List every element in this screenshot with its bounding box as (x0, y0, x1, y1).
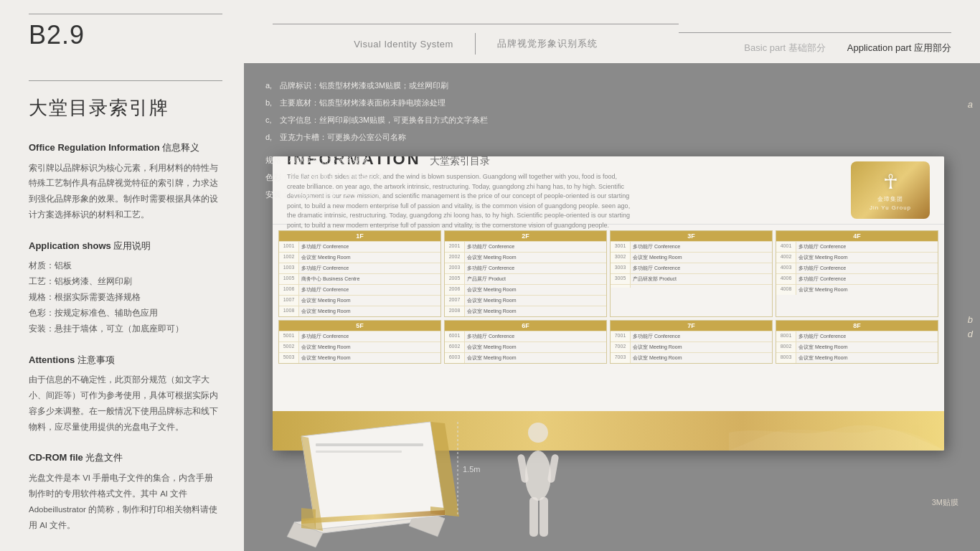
header-center-divider (475, 33, 476, 55)
floor-row-1: 1F 1001 多功能厅 Conference 1002 会议室 Meeting… (278, 230, 938, 317)
section-body-application: 材质：铝板 工艺：铝板烤漆、丝网印刷 规格：根据实际需要选择规格 色彩：按规定标… (29, 258, 218, 336)
svg-point-14 (525, 451, 551, 501)
floor-row-1006: 1006 多功能厅 Conference (279, 284, 440, 295)
spec-row-d: d, 亚克力卡槽：可更换办公室公司名称 (265, 129, 958, 145)
spec-row-c: c, 文字信息：丝网印刷或3M贴膜，可更换各目方式的文字条栏 (265, 112, 958, 128)
page-header: B2.9 Visual Identity System 品牌视觉形象识别系统 B… (0, 0, 980, 63)
floor-col-3f: 3F 3001 多功能厅 Conference 3002 会议室 Meeting… (610, 230, 773, 317)
spec-row-a: a, 品牌标识：铝质型材烤漆或3M贴膜；或丝网印刷 (265, 77, 958, 93)
svg-rect-16 (540, 497, 548, 537)
floor-header-1f: 1F (279, 231, 440, 241)
floor-col-6f: 6F 6001 多功能厅 Conference 6002 会议室 Meeting… (444, 320, 607, 364)
floor-header-2f: 2F (445, 231, 606, 241)
floor-header-3f: 3F (611, 231, 772, 241)
vis-label-cn: 品牌视觉形象识别系统 (497, 37, 598, 50)
floor-row-2: 5F 5001 多功能厅 Conference 5002 会议室 Meeting… (278, 320, 938, 364)
floor-header-7f: 7F (611, 321, 772, 331)
section-cdrom: CD-ROM file 光盘文件 光盘文件是本 VI 手册电子文件的集合，内含手… (29, 451, 218, 533)
spec-rule-3: 安装：可悬挂于墙体，可立于大厅 (265, 187, 958, 202)
svg-rect-7 (316, 451, 402, 453)
stand-illustration: 1.5m (273, 408, 524, 551)
header-center: Visual Identity System 品牌视觉形象识别系统 (273, 24, 679, 63)
marker-a: a (968, 99, 973, 110)
floor-row-1005: 1005 商务中心 Business Centre (279, 273, 440, 284)
marker-b: b (968, 314, 973, 325)
section-heading-office: Office Regulation Information 信息释义 (29, 141, 218, 155)
floor-row-1007: 1007 会议室 Meeting Room (279, 295, 440, 306)
floor-row-1003: 1003 多功能厅 Conference (279, 263, 440, 273)
header-right: Basic part 基础部分 Application part 应用部分 (679, 32, 951, 63)
floor-col-5f: 5F 5001 多功能厅 Conference 5002 会议室 Meeting… (278, 320, 441, 364)
floor-header-4f: 4F (776, 231, 938, 241)
floor-row-1001: 1001 多功能厅 Conference (279, 241, 440, 252)
spec-rule-2: 色彩：按规定标准色、辅助色应用 (265, 169, 958, 185)
floor-col-7f: 7F 7001 多功能厅 Conference 7002 会议室 Meeting… (610, 320, 773, 364)
floor-header-5f: 5F (279, 321, 440, 331)
application-part-label: Application part 应用部分 (847, 42, 951, 55)
bottom-illustration-area: 1.5m (273, 404, 944, 551)
section-heading-application: Application shows 应用说明 (29, 239, 218, 253)
floor-col-1f: 1F 1001 多功能厅 Conference 1002 会议室 Meeting… (278, 230, 441, 317)
section-attentions: Attentions 注意事项 由于信息的不确定性，此页部分规范（如文字大小、间… (29, 353, 218, 435)
svg-rect-15 (529, 497, 538, 537)
main-content: 大堂目录索引牌 Office Regulation Information 信息… (0, 63, 980, 551)
human-silhouette (509, 408, 567, 551)
svg-point-13 (528, 423, 548, 443)
spec-overlay: a, 品牌标识：铝质型材烤漆或3M贴膜；或丝网印刷 b, 主要底材：铝质型材烤漆… (265, 77, 958, 204)
section-body-attentions: 由于信息的不确定性，此页部分规范（如文字大小、间距等）可作为参考使用，具体可根据… (29, 372, 218, 435)
header-divider (29, 14, 222, 14)
main-title: 大堂目录索引牌 (29, 95, 218, 121)
section-application: Application shows 应用说明 材质：铝板 工艺：铝板烤漆、丝网印… (29, 239, 218, 337)
spec-row-b: b, 主要底材：铝质型材烤漆表面粉末静电喷涂处理 (265, 95, 958, 110)
header-left: B2.9 (29, 14, 273, 50)
floor-header-6f: 6F (445, 321, 606, 331)
vis-label-en: Visual Identity System (354, 39, 453, 50)
section-heading-cdrom: CD-ROM file 光盘文件 (29, 451, 218, 465)
left-panel-divider (29, 80, 222, 81)
right-panel: a, 品牌标识：铝质型材烤漆或3M贴膜；或丝网印刷 b, 主要底材：铝质型材烤漆… (244, 63, 980, 551)
floor-row-1002: 1002 会议室 Meeting Room (279, 252, 440, 263)
section-body-office: 索引牌以品牌标识为核心元素，利用材料的特性与特殊工艺制作具有品牌视觉特征的索引牌… (29, 161, 218, 223)
marker-d: d (968, 329, 973, 339)
page-code: B2.9 (29, 20, 273, 50)
svg-rect-6 (316, 443, 423, 446)
section-office-regulation: Office Regulation Information 信息释义 索引牌以品… (29, 141, 218, 223)
floor-col-2f: 2F 2001 多功能厅 Conference 2002 会议室 Meeting… (444, 230, 607, 317)
logo-sub: Jin Yu Group (870, 204, 911, 211)
floor-col-4f: 4F 4001 多功能厅 Conference 4002 会议室 Meeting… (776, 230, 938, 317)
sticker-label: 3M贴膜 (932, 497, 958, 508)
section-heading-attentions: Attentions 注意事项 (29, 353, 218, 367)
svg-text:1.5m: 1.5m (463, 465, 480, 474)
floor-header-8f: 8F (776, 321, 938, 331)
spec-rule-1: 规格：根据实际需要选择规格 (265, 152, 958, 168)
spec-text-block: a, 品牌标识：铝质型材烤漆或3M贴膜；或丝网印刷 b, 主要底材：铝质型材烤漆… (265, 77, 958, 202)
left-panel: 大堂目录索引牌 Office Regulation Information 信息… (0, 63, 244, 551)
section-body-cdrom: 光盘文件是本 VI 手册电子文件的集合，内含手册制作时的专用软件格式文件。其中 … (29, 471, 218, 533)
floor-col-8f: 8F 8001 多功能厅 Conference 8002 会议室 Meeting… (776, 320, 938, 364)
basic-part-label: Basic part 基础部分 (744, 42, 825, 55)
board-floors-area: 1F 1001 多功能厅 Conference 1002 会议室 Meeting… (273, 225, 944, 411)
floor-row-1008: 1008 会议室 Meeting Room (279, 306, 440, 316)
